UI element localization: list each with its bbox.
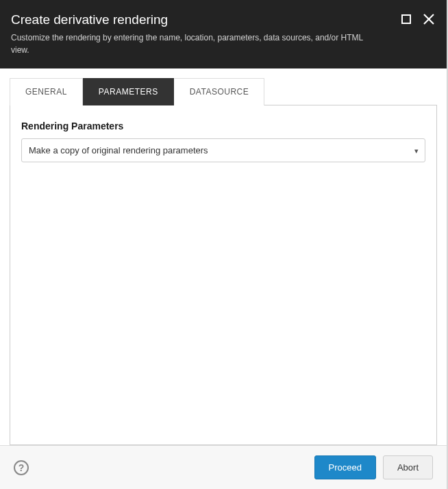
maximize-button[interactable]	[401, 14, 411, 24]
window-controls	[401, 12, 436, 26]
tab-parameters[interactable]: PARAMETERS	[83, 78, 174, 105]
rendering-parameters-field: Make a copy of original rendering parame…	[21, 138, 425, 162]
rendering-parameters-select[interactable]: Make a copy of original rendering parame…	[21, 138, 425, 162]
tab-general[interactable]: GENERAL	[10, 78, 83, 105]
dialog: Create derivative rendering Customize th…	[0, 0, 448, 489]
dialog-header: Create derivative rendering Customize th…	[0, 0, 447, 68]
dialog-footer: ? Proceed Abort	[0, 445, 447, 489]
maximize-icon	[401, 14, 411, 24]
tab-content: Rendering Parameters Make a copy of orig…	[10, 105, 437, 445]
dialog-subtitle: Customize the rendering by entering the …	[11, 32, 381, 56]
tab-bar: GENERAL PARAMETERS DATASOURCE	[10, 78, 437, 105]
proceed-button[interactable]: Proceed	[314, 455, 376, 479]
rendering-parameters-label: Rendering Parameters	[21, 121, 425, 131]
close-button[interactable]	[422, 12, 436, 26]
tab-datasource[interactable]: DATASOURCE	[174, 78, 265, 105]
dialog-body: GENERAL PARAMETERS DATASOURCE Rendering …	[0, 68, 447, 445]
dialog-title: Create derivative rendering	[11, 12, 434, 27]
abort-button[interactable]: Abort	[383, 455, 433, 479]
footer-buttons: Proceed Abort	[314, 455, 434, 479]
close-icon	[422, 12, 436, 26]
help-button[interactable]: ?	[14, 460, 29, 475]
help-icon: ?	[18, 462, 25, 473]
